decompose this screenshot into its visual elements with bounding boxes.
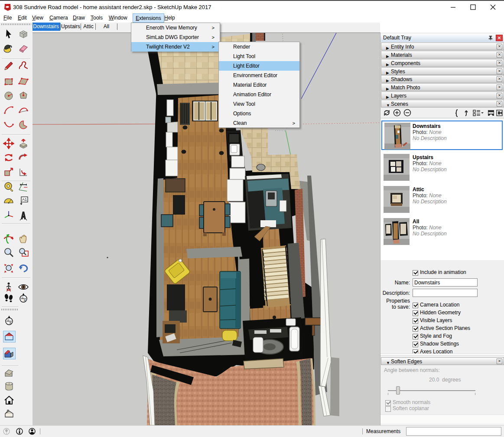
svg-text:A1: A1	[22, 197, 27, 202]
svg-text:R: R	[10, 322, 12, 324]
svg-text:C: C	[22, 296, 24, 299]
svg-text:C: C	[7, 319, 10, 321]
svg-text:R: R	[24, 299, 26, 302]
